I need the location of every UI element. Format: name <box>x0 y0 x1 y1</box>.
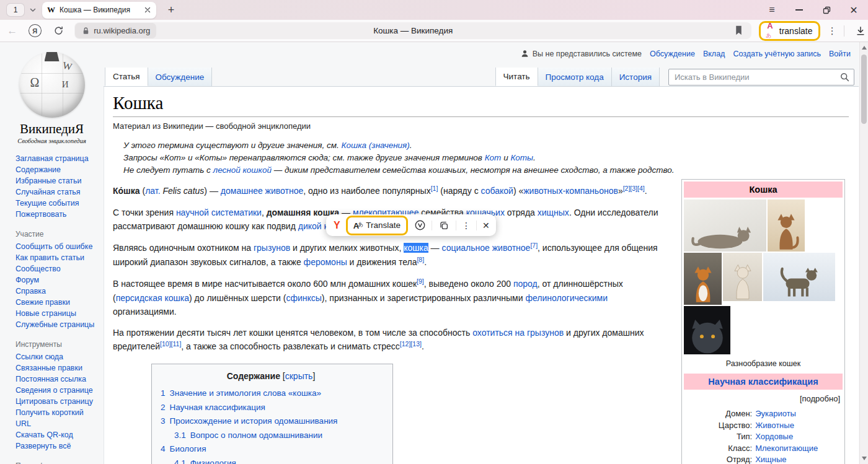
toc-item[interactable]: 3.1Вопрос о полном одомашнивании <box>161 429 381 443</box>
scrollbar-thumb[interactable] <box>861 55 867 124</box>
tab-discussion[interactable]: Обсуждение <box>148 68 213 86</box>
siamese-cat-photo[interactable] <box>723 253 762 301</box>
scroll-down-arrow[interactable] <box>862 457 867 460</box>
sidebar-link[interactable]: Служебные страницы <box>16 319 104 330</box>
wiki-link[interactable]: фелинологическими <box>525 293 608 303</box>
ref-link[interactable]: [8] <box>417 256 424 263</box>
sidebar-link[interactable]: Заглавная страница <box>16 153 104 164</box>
copy-icon[interactable] <box>438 219 450 232</box>
popup-more-icon[interactable]: ⋮ <box>462 221 471 230</box>
personal-link[interactable]: Обсуждение <box>650 50 695 58</box>
wiki-link[interactable]: собакой <box>481 186 513 196</box>
sidebar-link[interactable]: Форум <box>16 274 104 286</box>
popup-translate-button[interactable]: Aあ Translate <box>348 218 405 233</box>
taxonomy-value[interactable]: Животные <box>755 420 843 432</box>
browser-menu-icon[interactable]: ≡ <box>766 4 777 15</box>
sidebar-link[interactable]: Пожертвовать <box>16 209 104 220</box>
details-link[interactable]: [подробно] <box>684 390 843 407</box>
ref-link[interactable]: [10][11] <box>160 340 181 348</box>
page-scrollbar[interactable] <box>859 42 868 464</box>
sidebar-link[interactable]: Получить короткий URL <box>16 407 96 429</box>
sidebar-link[interactable]: Цитировать страницу <box>16 396 96 407</box>
tab-article[interactable]: Статья <box>105 68 148 86</box>
active-tab[interactable]: W Кошка — Википедия <box>42 2 156 19</box>
sidebar-link[interactable]: Как править статьи <box>16 252 104 263</box>
wiki-link[interactable]: лат. <box>145 186 160 196</box>
sidebar-link[interactable]: Справка <box>16 286 104 297</box>
tab-history[interactable]: История <box>612 68 660 86</box>
sidebar-link[interactable]: Избранные статьи <box>16 175 104 186</box>
ref-link[interactable]: [7] <box>530 242 538 249</box>
taxonomy-value[interactable]: Хищные <box>755 454 843 464</box>
toc-item[interactable]: 4.1Физиология <box>161 457 381 464</box>
red-and-white-cat-photo[interactable] <box>684 253 722 305</box>
wiki-link[interactable]: феромоны <box>304 257 347 267</box>
sidebar-link[interactable]: Сведения о странице <box>16 385 96 396</box>
refresh-icon[interactable] <box>51 24 66 38</box>
scroll-up-arrow[interactable] <box>862 46 867 50</box>
taxonomy-value[interactable]: Эукариоты <box>755 408 843 420</box>
toc-item[interactable]: 4Биология <box>161 442 381 457</box>
new-tab-button[interactable]: + <box>164 2 179 17</box>
toc-item[interactable]: 2Научная классификация <box>161 401 381 415</box>
sidebar-link[interactable]: Развернуть всё <box>16 440 96 452</box>
bookmark-icon[interactable] <box>733 25 744 39</box>
minimize-icon[interactable] <box>794 4 805 15</box>
sidebar-link[interactable]: Содержание <box>16 164 104 175</box>
personal-link[interactable]: Войти <box>829 50 851 58</box>
sidebar-link[interactable]: Связанные правки <box>16 362 96 374</box>
sidebar-link[interactable]: Новые страницы <box>16 308 104 319</box>
wiki-link[interactable]: лесной кошкой <box>213 165 272 175</box>
wiki-link[interactable]: пород <box>513 279 538 289</box>
wiki-link[interactable]: Коты <box>510 153 533 162</box>
tab-view-source[interactable]: Просмотр кода <box>538 68 612 86</box>
omnibox[interactable]: ru.wikipedia.org Кошка — Википедия <box>74 22 751 39</box>
ref-link[interactable]: [9] <box>417 278 424 285</box>
personal-link[interactable]: Создать учётную запись <box>733 50 821 58</box>
wikipedia-logo[interactable]: Ω W И ВикипедиЯ Свободная энциклопедия <box>15 52 89 144</box>
sidebar-link[interactable]: Ссылки сюда <box>16 351 96 362</box>
ref-link[interactable]: [2][3][4] <box>623 185 645 192</box>
back-icon[interactable]: ← <box>5 24 20 38</box>
sidebar-link[interactable]: Постоянная ссылка <box>16 374 96 385</box>
sidebar-link[interactable]: Скачать QR-код <box>16 429 96 440</box>
wiki-link[interactable]: Кошка (значения) <box>342 141 410 150</box>
wiki-link[interactable]: домашнее животное <box>221 186 303 196</box>
gray-cat-photo[interactable] <box>684 306 730 354</box>
chevron-down-icon[interactable] <box>29 6 37 14</box>
wiki-link[interactable]: животных-компаньонов <box>523 186 618 196</box>
taxonomy-value[interactable]: Млекопитающие <box>755 443 843 455</box>
tab-counter-button[interactable]: 1 <box>6 3 25 17</box>
wiki-link[interactable]: персидская кошка <box>116 293 189 303</box>
yandex-icon[interactable]: Я <box>29 24 42 37</box>
personal-link[interactable]: Вклад <box>703 50 725 58</box>
classification-header[interactable]: Научная классификация <box>684 374 843 390</box>
tab-read[interactable]: Читать <box>495 68 538 86</box>
abyssinian-cat-photo[interactable] <box>768 199 805 252</box>
tabby-cat-lying-photo[interactable] <box>684 199 766 252</box>
popup-close-icon[interactable]: ✕ <box>482 221 490 230</box>
wiki-link[interactable]: сфинксы <box>286 293 321 303</box>
toc-item[interactable]: 1Значение и этимология слова «кошка» <box>161 387 381 401</box>
sidebar-link[interactable]: Сообщить об ошибке <box>16 241 104 252</box>
sidebar-link[interactable]: Сообщество <box>16 263 104 274</box>
restore-icon[interactable] <box>821 4 832 15</box>
wiki-link[interactable]: грызунов <box>254 243 290 253</box>
tab-close-icon[interactable] <box>144 6 151 14</box>
yandex-search-icon[interactable]: Y <box>334 220 340 231</box>
wiki-link[interactable]: хищных <box>538 208 569 217</box>
sidebar-link[interactable]: Случайная статья <box>16 186 104 198</box>
ref-link[interactable]: [12][13] <box>400 340 422 348</box>
download-icon[interactable] <box>853 24 868 38</box>
sidebar-link[interactable]: Текущие события <box>16 198 104 209</box>
wiki-link[interactable]: Кот <box>485 153 502 162</box>
close-window-icon[interactable]: ✕ <box>848 4 859 15</box>
ref-link[interactable]: [1] <box>431 185 438 192</box>
url-domain-pill[interactable]: ru.wikipedia.org <box>75 23 156 38</box>
circle-v-icon[interactable] <box>414 219 426 232</box>
search-input[interactable] <box>668 69 854 85</box>
more-options-icon[interactable]: ⋮ <box>826 25 838 37</box>
toc-item[interactable]: 3Происхождение и история одомашнивания <box>161 414 381 429</box>
translate-button[interactable]: Aあ translate <box>761 24 818 38</box>
wiki-link[interactable]: научной систематики <box>176 208 262 217</box>
